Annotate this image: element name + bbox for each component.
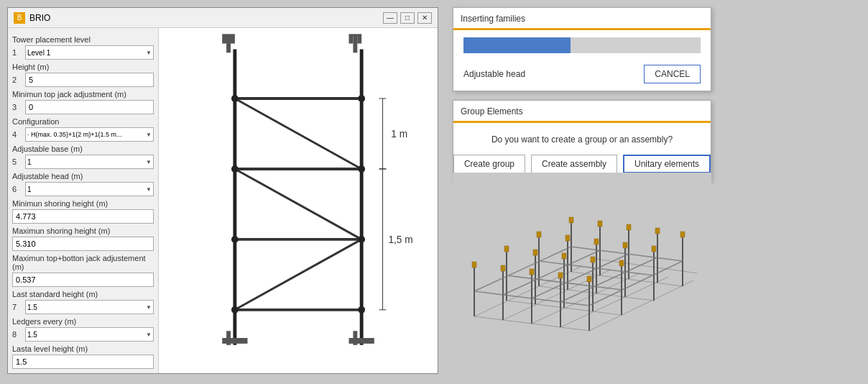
brio-icon: B — [14, 12, 25, 24]
form-row-4: 4 · H(max. 0.35)+1(2 m)+1(1.5 m... ▼ — [12, 127, 154, 142]
last-std-select-wrapper: 1.5 ▼ — [25, 300, 154, 314]
minimize-button[interactable]: — — [383, 12, 397, 24]
svg-rect-81 — [594, 239, 599, 244]
config-select[interactable]: · H(max. 0.35)+1(2 m)+1(1.5 m... — [25, 127, 154, 142]
svg-rect-84 — [569, 217, 573, 223]
max-shoring-label: Maximun shoring height (m) — [12, 227, 154, 235]
svg-rect-88 — [680, 232, 685, 237]
scaffold-svg: 1 m 1,5 m — [159, 28, 438, 373]
unitary-elements-button[interactable]: Unitary elements — [623, 155, 711, 173]
ledgers-select[interactable]: 1.5 — [25, 327, 154, 342]
group-buttons-row: Create group Create assembly Unitary ele… — [463, 155, 701, 173]
min-shoring-value: 4.773 — [12, 209, 154, 224]
row-num-7: 7 — [12, 303, 22, 311]
svg-rect-70 — [501, 265, 505, 271]
svg-point-28 — [358, 236, 365, 243]
svg-point-27 — [358, 165, 365, 173]
right-panels: Inserting families Adjustable head CANCE… — [453, 7, 711, 181]
form-row-8: 8 1.5 ▼ — [12, 327, 154, 342]
progress-status-text: Adjustable head — [463, 69, 525, 79]
svg-rect-77 — [591, 257, 595, 262]
row-num-1: 1 — [12, 48, 22, 57]
min-shoring-label: Minimun shoring height (m) — [12, 199, 154, 208]
ledgers-label: Ledgers every (m) — [12, 317, 154, 326]
progress-bar-background — [463, 37, 701, 53]
max-topbottom-label: Maximun top+botton jack adjustement (m) — [12, 254, 154, 271]
svg-rect-0 — [165, 28, 432, 373]
svg-rect-75 — [533, 250, 537, 255]
adj-base-select[interactable]: 1 — [25, 155, 154, 169]
form-panel: Tower placement level 1 Level 1 ▼ Height… — [8, 28, 159, 373]
svg-rect-14 — [353, 331, 357, 345]
progress-container — [453, 30, 711, 60]
row-num-3: 3 — [12, 103, 22, 111]
row-num-8: 8 — [12, 330, 22, 339]
svg-rect-11 — [222, 338, 247, 344]
svg-text:1 m: 1 m — [391, 129, 407, 140]
svg-rect-86 — [627, 224, 631, 230]
form-row-7: 7 1.5 ▼ — [12, 300, 154, 314]
svg-rect-73 — [587, 276, 591, 282]
adj-base-label: Adjustable base (m) — [12, 145, 154, 153]
scaffold-3d-view — [453, 173, 711, 374]
brio-titlebar: B BRIO — □ ✕ — [8, 8, 438, 28]
svg-rect-8 — [349, 35, 354, 44]
adj-head-label: Adjustable head (m) — [12, 172, 154, 180]
progress-status-row: Adjustable head CANCEL — [453, 60, 711, 91]
svg-rect-83 — [652, 246, 656, 252]
row-num-5: 5 — [12, 157, 22, 166]
svg-rect-13 — [226, 331, 231, 345]
level-select-wrapper: Level 1 ▼ — [25, 45, 154, 60]
close-button[interactable]: ✕ — [417, 12, 432, 24]
brio-title-text: BRIO — [29, 13, 50, 23]
svg-rect-7 — [353, 35, 357, 52]
form-row-6: 6 1 ▼ — [12, 182, 154, 196]
svg-rect-76 — [562, 253, 566, 259]
lasta-level-label: Lasta level height (m) — [12, 344, 154, 353]
inserting-dialog-title: Inserting families — [461, 14, 525, 24]
svg-point-23 — [231, 165, 239, 173]
svg-rect-79 — [537, 232, 541, 237]
svg-rect-5 — [231, 35, 235, 44]
maximize-button[interactable]: □ — [400, 12, 415, 24]
level-select[interactable]: Level 1 — [25, 45, 154, 60]
min-top-jack-label: Minimun top jack adjustment (m) — [12, 90, 154, 99]
group-question-text: Do you want to create a group or an asse… — [463, 134, 701, 145]
brio-content: Tower placement level 1 Level 1 ▼ Height… — [8, 28, 438, 373]
inserting-cancel-button[interactable]: CANCEL — [644, 65, 701, 83]
svg-rect-69 — [472, 262, 476, 268]
svg-rect-85 — [598, 221, 602, 227]
svg-point-26 — [358, 95, 365, 102]
height-input[interactable] — [25, 73, 154, 87]
svg-rect-72 — [558, 273, 563, 278]
svg-rect-9 — [357, 35, 361, 44]
row-num-2: 2 — [12, 76, 22, 84]
adj-base-select-wrapper: 1 ▼ — [25, 155, 154, 169]
brio-window: B BRIO — □ ✕ Tower placement level 1 Lev… — [7, 7, 438, 374]
group-elements-dialog: Group Elements Do you want to create a g… — [453, 100, 711, 181]
ledgers-select-wrapper: 1.5 ▼ — [25, 327, 154, 342]
svg-rect-80 — [565, 235, 570, 241]
last-std-select[interactable]: 1.5 — [25, 300, 154, 314]
inserting-dialog-header: Inserting families — [453, 8, 711, 30]
last-std-label: Last standard height (m) — [12, 290, 154, 298]
svg-rect-74 — [504, 246, 509, 252]
form-row-3: 3 — [12, 100, 154, 114]
svg-rect-87 — [655, 228, 660, 234]
group-dialog-title: Group Elements — [461, 106, 523, 116]
svg-point-22 — [231, 95, 239, 102]
last-diag-label: Last diagonal height (m) — [12, 372, 154, 373]
adj-head-select[interactable]: 1 — [25, 182, 154, 196]
svg-point-29 — [358, 306, 365, 314]
create-group-button[interactable]: Create group — [453, 155, 525, 173]
config-label: Configuration — [12, 117, 154, 126]
scaffold-diagram: 1 m 1,5 m — [159, 28, 438, 373]
svg-point-24 — [231, 236, 239, 243]
form-row-5: 5 1 ▼ — [12, 155, 154, 169]
group-dialog-body: Do you want to create a group or an asse… — [453, 123, 711, 180]
form-row-2: 2 — [12, 73, 154, 87]
create-assembly-button[interactable]: Create assembly — [531, 155, 617, 173]
svg-rect-12 — [349, 338, 374, 344]
max-shoring-value: 5.310 — [12, 237, 154, 251]
min-top-jack-input[interactable] — [25, 100, 154, 114]
